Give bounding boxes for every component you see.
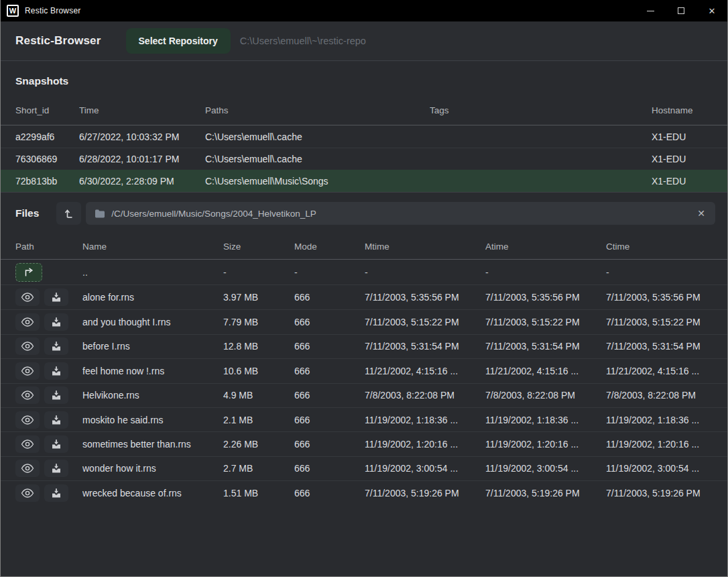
preview-file-button[interactable] [15, 337, 40, 355]
snapshot-time: 6/27/2022, 10:03:32 PM [79, 132, 205, 142]
file-mtime: 11/21/2002, 4:15:16 ... [365, 366, 485, 376]
parent-row-atime: - [485, 267, 606, 278]
download-file-button[interactable] [44, 313, 68, 331]
download-icon [51, 463, 62, 474]
snapshot-row[interactable]: 76306869 6/28/2022, 10:01:17 PM C:\Users… [1, 148, 727, 170]
folder-icon [95, 209, 105, 218]
column-header-short-id: Short_id [15, 105, 79, 115]
file-mode: 666 [294, 292, 365, 303]
maximize-button[interactable] [666, 0, 696, 21]
file-row[interactable]: before I.rns 12.8 MB 666 7/11/2003, 5:31… [1, 334, 727, 358]
file-mode: 666 [294, 341, 365, 352]
preview-file-button[interactable] [15, 313, 40, 331]
download-file-button[interactable] [44, 386, 68, 404]
file-row[interactable]: feel home now !.rns 10.6 MB 666 11/21/20… [1, 358, 727, 382]
close-button[interactable]: ✕ [696, 0, 727, 21]
snapshots-table: a2299af6 6/27/2022, 10:03:32 PM C:\Users… [1, 125, 727, 193]
file-row[interactable]: wonder how it.rns 2.7 MB 666 11/19/2002,… [1, 456, 727, 480]
file-name: moskito he said.rns [82, 415, 223, 425]
file-row[interactable]: wrecked because of.rns 1.51 MB 666 7/11/… [1, 480, 727, 505]
file-size: 12.8 MB [223, 341, 294, 352]
file-mtime: 7/11/2003, 5:31:54 PM [365, 341, 485, 352]
snapshot-row[interactable]: 72b813bb 6/30/2022, 2:28:09 PM C:\Users\… [1, 170, 727, 192]
preview-file-button[interactable] [15, 362, 40, 380]
file-mode: 666 [294, 439, 365, 450]
minimize-icon [647, 11, 654, 11]
file-name: alone for.rns [82, 292, 223, 303]
snapshot-short-id: 72b813bb [15, 176, 79, 187]
file-name: sometimes better than.rns [82, 439, 223, 450]
eye-icon [21, 366, 34, 376]
files-toolbar: Files /C/Users/emuell/Music/Songs/2004_H… [1, 193, 727, 234]
download-icon [51, 292, 62, 303]
file-mode: 666 [294, 463, 365, 474]
snapshot-row[interactable]: a2299af6 6/27/2022, 10:03:32 PM C:\Users… [1, 125, 727, 148]
preview-file-button[interactable] [15, 288, 40, 306]
preview-file-button[interactable] [15, 386, 40, 404]
file-atime: 11/19/2002, 3:00:54 ... [485, 463, 606, 474]
download-file-button[interactable] [44, 337, 68, 355]
current-path-bar[interactable]: /C/Users/emuell/Music/Songs/2004_Helveti… [86, 202, 715, 225]
preview-file-button[interactable] [15, 435, 40, 453]
parent-row-size: - [223, 267, 294, 278]
snapshot-paths: C:\Users\emuell\.cache [205, 132, 430, 142]
clear-path-button[interactable]: ✕ [696, 207, 707, 219]
file-mode: 666 [294, 415, 365, 425]
column-header-size: Size [223, 242, 294, 252]
file-name: and you thought I.rns [82, 317, 223, 327]
download-file-button[interactable] [44, 484, 68, 502]
download-file-button[interactable] [44, 288, 68, 306]
snapshots-table-header: Short_id Time Paths Tags Hostname [1, 96, 727, 125]
eye-icon [21, 317, 34, 327]
download-file-button[interactable] [44, 460, 68, 477]
file-row[interactable]: alone for.rns 3.97 MB 666 7/11/2003, 5:3… [1, 285, 727, 309]
preview-file-button[interactable] [15, 484, 40, 502]
parent-row-name: .. [82, 267, 223, 278]
column-header-mtime: Mtime [365, 242, 485, 252]
file-mode: 666 [294, 317, 365, 327]
snapshot-time: 6/28/2022, 10:01:17 PM [79, 154, 205, 164]
files-section: Files /C/Users/emuell/Music/Songs/2004_H… [1, 193, 727, 505]
select-repository-button[interactable]: Select Repository [126, 28, 231, 54]
eye-icon [21, 342, 34, 351]
file-atime: 11/19/2002, 1:18:36 ... [485, 415, 606, 425]
up-right-arrow-icon [23, 267, 35, 278]
preview-file-button[interactable] [15, 411, 40, 429]
preview-file-button[interactable] [15, 460, 40, 477]
file-row[interactable]: Helvikone.rns 4.9 MB 666 7/8/2003, 8:22:… [1, 383, 727, 407]
eye-icon [21, 439, 34, 449]
minimize-button[interactable] [635, 0, 666, 21]
parent-row-ctime: - [606, 267, 713, 278]
file-atime: 7/11/2003, 5:19:26 PM [485, 488, 606, 499]
titlebar: W Restic Browser ✕ [1, 0, 727, 21]
file-mtime: 7/11/2003, 5:19:26 PM [365, 488, 485, 499]
file-mtime: 11/19/2002, 1:20:16 ... [365, 439, 485, 450]
file-ctime: 11/19/2002, 3:00:54 ... [606, 463, 713, 474]
download-file-button[interactable] [44, 435, 68, 453]
file-row[interactable]: and you thought I.rns 7.79 MB 666 7/11/2… [1, 309, 727, 333]
file-row[interactable]: sometimes better than.rns 2.26 MB 666 11… [1, 431, 727, 456]
file-ctime: 11/19/2002, 1:20:16 ... [606, 439, 713, 450]
file-size: 2.26 MB [223, 439, 294, 450]
go-to-root-button[interactable] [56, 202, 81, 225]
eye-icon [21, 390, 34, 400]
snapshots-section: Snapshots Short_id Time Paths Tags Hostn… [1, 61, 727, 193]
file-row[interactable]: moskito he said.rns 2.1 MB 666 11/19/200… [1, 407, 727, 431]
parent-directory-button[interactable] [15, 263, 42, 282]
download-file-button[interactable] [44, 411, 68, 429]
download-icon [51, 317, 62, 327]
download-icon [51, 439, 62, 450]
current-path-text: /C/Users/emuell/Music/Songs/2004_Helveti… [111, 209, 696, 219]
column-header-atime: Atime [485, 242, 606, 252]
app-header: Restic-Browser Select Repository C:\User… [1, 21, 727, 61]
window-title: Restic Browser [25, 6, 80, 15]
eye-icon [21, 488, 34, 498]
files-table-header: Path Name Size Mode Mtime Atime Ctime [1, 234, 727, 260]
download-file-button[interactable] [44, 362, 68, 380]
snapshot-time: 6/30/2022, 2:28:09 PM [79, 176, 205, 187]
file-size: 2.1 MB [223, 415, 294, 425]
snapshots-heading: Snapshots [1, 61, 727, 96]
file-atime: 7/11/2003, 5:15:22 PM [485, 317, 606, 327]
download-icon [51, 415, 62, 425]
column-header-paths: Paths [205, 105, 430, 115]
